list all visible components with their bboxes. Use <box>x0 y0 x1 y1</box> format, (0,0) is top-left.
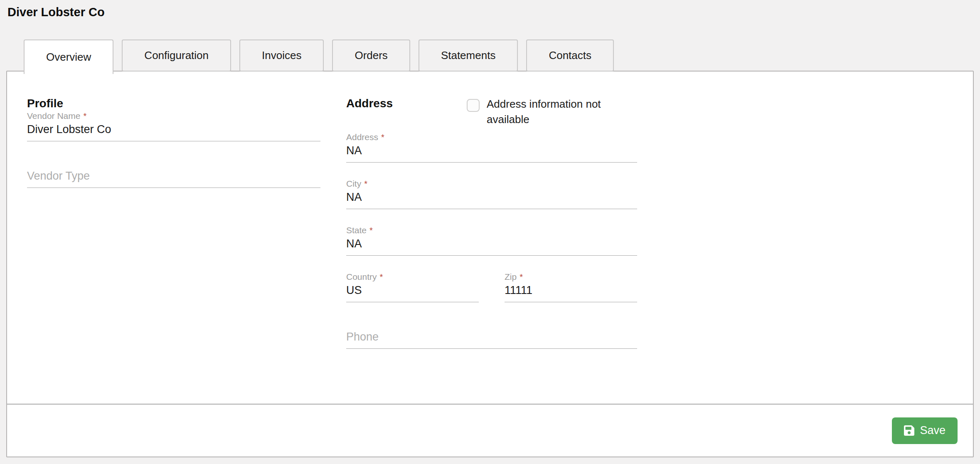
required-asterisk: * <box>380 272 383 281</box>
vendor-type-input[interactable] <box>27 168 320 188</box>
profile-section: Profile Vendor Name* <box>27 96 320 404</box>
tab-configuration[interactable]: Configuration <box>122 39 231 72</box>
vendor-type-field <box>27 157 320 188</box>
country-input[interactable] <box>346 282 479 302</box>
address-label: Address* <box>346 132 637 143</box>
required-asterisk: * <box>520 272 523 281</box>
country-zip-row: Country* Zip* <box>346 271 637 318</box>
overview-tab-content: Profile Vendor Name* Address Address inf… <box>7 72 973 404</box>
address-input[interactable] <box>346 143 637 163</box>
zip-label-text: Zip <box>505 272 517 281</box>
state-input[interactable] <box>346 236 637 256</box>
vendor-name-input[interactable] <box>27 121 320 141</box>
vendor-name-label: Vendor Name* <box>27 111 320 121</box>
country-label: Country* <box>346 271 479 282</box>
phone-field <box>346 318 637 349</box>
address-label-text: Address <box>346 132 378 142</box>
address-field: Address* <box>346 132 637 163</box>
tab-contacts[interactable]: Contacts <box>526 39 614 72</box>
save-button[interactable]: Save <box>892 417 958 444</box>
required-asterisk: * <box>381 133 384 142</box>
profile-heading: Profile <box>27 96 320 111</box>
address-header-row: Address Address information not availabl… <box>346 96 637 127</box>
city-label: City* <box>346 178 637 189</box>
tab-overview[interactable]: Overview <box>24 39 113 74</box>
required-asterisk: * <box>364 179 367 188</box>
address-not-available-checkbox[interactable] <box>467 99 480 112</box>
page-title: Diver Lobster Co <box>7 4 980 20</box>
phone-input[interactable] <box>346 329 637 349</box>
zip-label: Zip* <box>505 271 637 282</box>
required-asterisk: * <box>83 111 86 121</box>
city-input[interactable] <box>346 189 637 209</box>
tab-orders[interactable]: Orders <box>332 39 410 72</box>
city-label-text: City <box>346 179 361 188</box>
zip-field: Zip* <box>505 271 637 302</box>
country-label-text: Country <box>346 272 377 281</box>
save-icon <box>904 425 914 437</box>
state-label-text: State <box>346 225 367 235</box>
state-label: State* <box>346 225 637 236</box>
city-field: City* <box>346 178 637 209</box>
address-section: Address Address information not availabl… <box>346 96 637 404</box>
tab-bar: Overview Configuration Invoices Orders S… <box>24 39 980 72</box>
country-field: Country* <box>346 271 479 302</box>
address-not-available-label[interactable]: Address information not available <box>487 96 616 127</box>
tab-invoices[interactable]: Invoices <box>239 39 324 72</box>
content-panel: Profile Vendor Name* Address Address inf… <box>6 71 974 457</box>
state-field: State* <box>346 225 637 256</box>
required-asterisk: * <box>369 226 373 235</box>
vendor-name-field: Vendor Name* <box>27 111 320 141</box>
panel-footer: Save <box>7 404 973 457</box>
zip-input[interactable] <box>505 282 637 302</box>
address-heading: Address <box>346 96 467 111</box>
tab-statements[interactable]: Statements <box>419 39 518 72</box>
vendor-name-label-text: Vendor Name <box>27 111 80 121</box>
save-button-label: Save <box>920 424 946 437</box>
